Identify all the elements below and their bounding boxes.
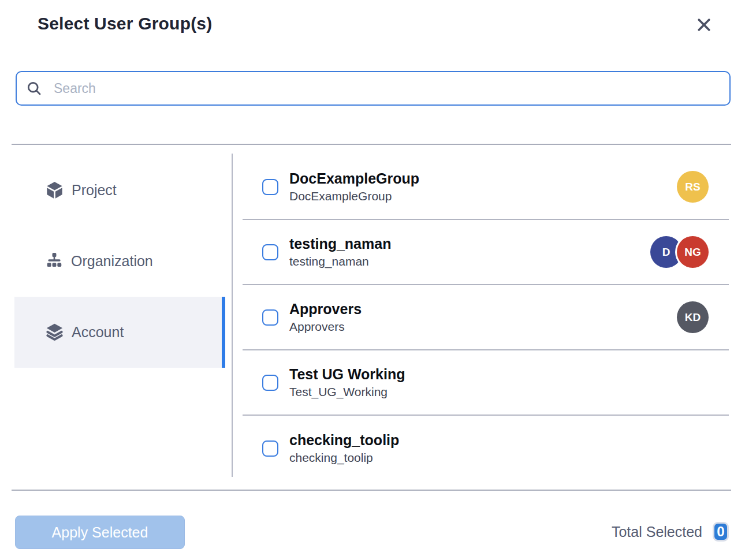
group-checkbox[interactable]: [262, 440, 278, 457]
cube-icon: [45, 181, 64, 200]
group-description: checking_toolip: [289, 451, 399, 465]
layers-icon: [45, 323, 64, 342]
header-divider: [12, 144, 731, 145]
list-item: Approvers Approvers KD: [243, 285, 729, 350]
apply-selected-button[interactable]: Apply Selected: [15, 516, 185, 549]
group-checkbox[interactable]: [262, 309, 278, 326]
avatar: NG: [677, 236, 709, 268]
group-description: testing_naman: [289, 255, 391, 268]
group-name: DocExampleGroup: [289, 170, 419, 187]
tab-organization[interactable]: Organization: [14, 226, 225, 297]
group-description: Test_UG_Working: [289, 385, 405, 399]
dialog-title: Select User Group(s): [38, 14, 212, 33]
user-group-list: DocExampleGroup DocExampleGroup RS testi…: [243, 155, 729, 481]
total-selected-label: Total Selected: [612, 524, 702, 540]
group-checkbox[interactable]: [262, 179, 278, 195]
group-text: checking_toolip checking_toolip: [289, 432, 399, 465]
group-name: Test UG Working: [289, 366, 405, 383]
total-selected: Total Selected 0: [612, 519, 729, 544]
group-name: checking_toolip: [289, 432, 399, 449]
tab-project-label: Project: [72, 182, 117, 199]
group-text: Test UG Working Test_UG_Working: [289, 366, 405, 399]
list-item: Test UG Working Test_UG_Working: [243, 350, 729, 416]
list-item: checking_toolip checking_toolip: [243, 416, 729, 481]
group-description: Approvers: [289, 320, 362, 334]
avatar: KD: [677, 301, 709, 333]
list-item: testing_naman testing_naman D NG: [243, 220, 729, 285]
content-divider: [232, 154, 233, 477]
close-button[interactable]: [694, 15, 714, 35]
footer-divider: [12, 490, 731, 491]
search-icon: [26, 80, 42, 96]
search-box: [16, 71, 731, 106]
group-name: Approvers: [289, 301, 362, 318]
list-item: DocExampleGroup DocExampleGroup RS: [243, 155, 729, 220]
group-text: DocExampleGroup DocExampleGroup: [289, 170, 419, 203]
select-user-groups-dialog: Select User Group(s) Project: [0, 0, 745, 560]
group-text: Approvers Approvers: [289, 301, 362, 334]
tab-account-label: Account: [72, 324, 124, 341]
group-text: testing_naman testing_naman: [289, 236, 391, 268]
avatar-group: KD: [677, 301, 709, 333]
scope-tabs: Project Organization: [14, 155, 225, 368]
org-chart-icon: [45, 252, 64, 271]
close-icon: [695, 16, 713, 33]
total-selected-count-badge: 0: [713, 522, 729, 542]
tab-account[interactable]: Account: [14, 297, 225, 368]
group-checkbox[interactable]: [262, 375, 278, 391]
group-description: DocExampleGroup: [289, 189, 419, 203]
group-name: testing_naman: [289, 236, 391, 252]
avatar-group: D NG: [650, 236, 709, 268]
search-input[interactable]: [54, 81, 720, 96]
avatar-group: RS: [677, 171, 709, 203]
tab-project[interactable]: Project: [14, 155, 225, 226]
group-checkbox[interactable]: [262, 244, 278, 260]
avatar: RS: [677, 171, 709, 203]
tab-organization-label: Organization: [71, 253, 153, 270]
